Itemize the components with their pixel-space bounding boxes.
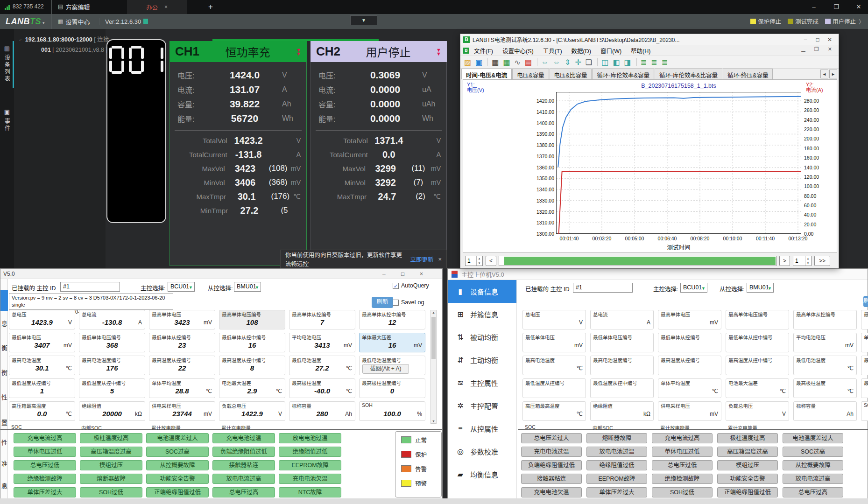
frame-icon[interactable]: ❏ [586, 58, 592, 67]
status-button-绝缘阻值过低[interactable]: 绝缘阻值过低 [279, 447, 341, 457]
channel-header-CH1[interactable]: CH1恒功率充▼▼ [169, 41, 307, 62]
fit-y-icon[interactable]: ⇕ [565, 58, 571, 67]
nav-item-被动均衡[interactable]: ⇅被动均衡 [448, 326, 516, 349]
page-spinner-left[interactable]: 1▲▼ [465, 256, 483, 266]
status-button-总电压过低[interactable]: 总电压过低 [14, 460, 76, 470]
nav-item-参数校准[interactable]: ◎参数校准 [448, 440, 516, 463]
status-button-模组过压[interactable]: 模组过压 [80, 460, 142, 470]
refresh-button[interactable]: 刷新 [372, 297, 393, 308]
status-button-SOC过高[interactable]: SOC过高 [146, 447, 209, 457]
chart-scrollbar[interactable] [499, 256, 776, 266]
rw-mounted-id-input[interactable]: #1 [573, 283, 633, 293]
status-button-放电电流过高[interactable]: 放电电流过高 [212, 474, 275, 484]
left-window-titlebar[interactable]: V5.0 – □ × [0, 269, 442, 279]
status-button-绝缘检测故障[interactable]: 绝缘检测故障 [14, 474, 76, 484]
channel-dropdown-icon[interactable]: ▼▼ [296, 48, 301, 56]
chart-menu-文件(F)[interactable]: 文件(F) [474, 46, 493, 55]
status-button-从控概要故障[interactable]: 从控概要故障 [146, 460, 209, 470]
channel-dropdown-icon[interactable]: ▼▼ [436, 48, 441, 56]
window-close-button[interactable]: ✕ [849, 0, 868, 14]
status-button-绝缘检测故障[interactable]: 绝缘检测故障 [652, 474, 713, 484]
expand-icon[interactable]: ✛ [575, 58, 581, 67]
new-tab-button[interactable]: + [205, 2, 216, 12]
mdi-child-controls[interactable]: ▁ ❐ ✕ [801, 46, 836, 52]
status-button-总电压过高[interactable]: 总电压过高 [783, 487, 843, 497]
tab-scroll-left-icon[interactable]: ◄ [820, 70, 828, 78]
status-button-高压箱温度过高[interactable]: 高压箱温度过高 [717, 447, 778, 457]
window-minimize-button[interactable]: – [804, 0, 823, 14]
partial-nav-char[interactable]: 衡 [0, 343, 7, 352]
status-button-模组过压[interactable]: 模组过压 [717, 460, 778, 470]
chart-close-button[interactable]: ✕ [824, 36, 836, 43]
status-button-电池温度差过大[interactable]: 电池温度差过大 [783, 433, 843, 443]
status-button-EEPROM故障[interactable]: EEPROM故障 [586, 474, 647, 484]
nav-item-设备信息[interactable]: ▮设备信息 [448, 280, 516, 303]
status-button-放电电池过温[interactable]: 放电电池过温 [279, 433, 341, 443]
chart-menu-帮助(H)[interactable]: 帮助(H) [631, 46, 650, 55]
status-button-EEPROM故障[interactable]: EEPROM故障 [279, 460, 341, 470]
left-window-minimize[interactable]: – [382, 271, 386, 277]
status-button-SOH过低[interactable]: SOH过低 [652, 487, 713, 497]
chart-maximize-button[interactable]: □ [812, 36, 824, 43]
status-button-功能安全告警[interactable]: 功能安全告警 [717, 474, 778, 484]
status-button-正端绝缘阻值过低[interactable]: 正端绝缘阻值过低 [146, 487, 209, 497]
status-button-正端绝缘阻值过低[interactable]: 正端绝缘阻值过低 [717, 487, 778, 497]
rw-refresh-button[interactable]: 刷 [863, 296, 868, 307]
partial-active-nav[interactable] [0, 290, 8, 311]
status-button-总电压过高[interactable]: 总电压过高 [212, 487, 275, 497]
chart-tab-电压&比容量[interactable]: 电压&比容量 [550, 69, 592, 79]
status-button-SOC过高[interactable]: SOC过高 [783, 447, 843, 457]
tree-node-device[interactable]: ⌐192.168.1.80:8000-12000 [ 连接 [20, 35, 109, 43]
savelog-checkbox[interactable]: SaveLog [393, 299, 424, 306]
compress-x-icon[interactable]: ⇔ [553, 58, 560, 66]
rw-slave-select[interactable]: BMU01▼ [747, 283, 774, 293]
tree-collapse-icon[interactable]: ⌐ [20, 37, 22, 42]
right-view-icon[interactable]: ◨ [624, 58, 631, 67]
curve-style-icon[interactable]: ∿ [515, 58, 521, 67]
status-button-极柱温度过高[interactable]: 极柱温度过高 [80, 433, 142, 443]
slave-select[interactable]: BMU01▼ [234, 282, 261, 292]
list-view-icon[interactable]: ≣ [641, 58, 647, 67]
master-select[interactable]: BCU01▼ [168, 282, 195, 292]
chart-tab-时间-电压&电流[interactable]: 时间-电压&电流 [461, 69, 512, 79]
rw-master-select[interactable]: BCU01▼ [680, 283, 707, 293]
chart-menu-窗口(W)[interactable]: 窗口(W) [600, 46, 621, 55]
window-maximize-button[interactable]: ❐ [827, 0, 846, 14]
status-button-功能安全告警[interactable]: 功能安全告警 [146, 474, 209, 484]
status-button-熔断器故障[interactable]: 熔断器故障 [80, 474, 142, 484]
status-button-单体电压过低[interactable]: 单体电压过低 [652, 447, 713, 457]
status-button-极柱温度过高[interactable]: 极柱温度过高 [717, 433, 778, 443]
sidebar-tab-device-list[interactable]: ▥ 设备列表 [0, 45, 14, 84]
column-view-icon[interactable]: ≣ [661, 58, 667, 67]
right-window-titlebar[interactable]: 主控上位机V5.0 [448, 269, 868, 280]
status-button-放电电流过高[interactable]: 放电电流过高 [783, 474, 843, 484]
browser-tab[interactable]: 办公 × [127, 0, 187, 14]
chart-tab-循环-终压&容量[interactable]: 循环-终压&容量 [723, 69, 773, 79]
status-button-接触器粘连[interactable]: 接触器粘连 [521, 474, 582, 484]
mounted-id-input[interactable]: #1 [60, 282, 120, 292]
chart-menu-工具(T)[interactable]: 工具(T) [543, 46, 562, 55]
sidebar-tab-events[interactable]: ▣ 事件 [0, 108, 14, 134]
status-button-电池温度差过大[interactable]: 电池温度差过大 [146, 433, 209, 443]
chart-tab-电压&容量[interactable]: 电压&容量 [512, 69, 549, 79]
nav-item-主控属性[interactable]: ≋主控属性 [448, 371, 516, 394]
partial-nav-char[interactable]: 置 [0, 418, 7, 427]
nav-item-主控配置[interactable]: ✲主控配置 [448, 394, 516, 417]
status-button-负端绝缘阻值过低[interactable]: 负端绝缘阻值过低 [521, 460, 582, 470]
collapse-panel-button[interactable]: ▼ [350, 15, 377, 25]
status-button-SOH过低[interactable]: SOH过低 [80, 487, 142, 497]
page-prev-button[interactable]: < [486, 256, 496, 266]
status-button-熔断器故障[interactable]: 熔断器故障 [586, 433, 647, 443]
status-button-单体压差过大[interactable]: 单体压差过大 [14, 487, 76, 497]
menu-item-设置中心[interactable]: ▦设置中心 [51, 14, 99, 29]
page-next-button[interactable]: > [779, 256, 790, 266]
tab-close-icon[interactable]: × [164, 4, 168, 10]
partial-nav-char[interactable]: 性 [0, 392, 7, 401]
chart-minimize-button[interactable]: – [799, 36, 812, 43]
chart-menu-数据(D)[interactable]: 数据(D) [572, 46, 591, 55]
status-button-总电压过低[interactable]: 总电压过低 [652, 460, 713, 470]
partial-nav-char[interactable]: 息 [0, 319, 7, 328]
left-view-icon[interactable]: ◧ [613, 58, 620, 67]
status-button-高压箱温度过高[interactable]: 高压箱温度过高 [80, 447, 142, 457]
status-button-充电电流过高[interactable]: 充电电流过高 [14, 433, 76, 443]
